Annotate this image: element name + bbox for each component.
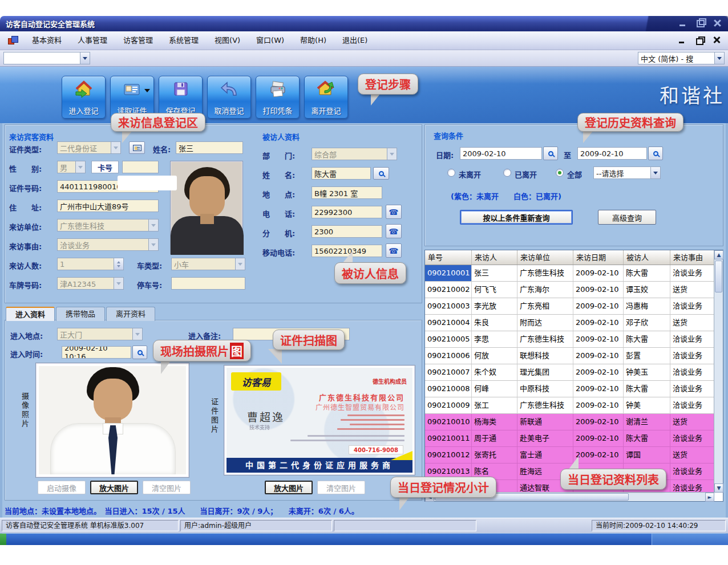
- cell-company[interactable]: 广东德生科技: [517, 397, 573, 414]
- cell-id[interactable]: 090210003: [425, 298, 472, 315]
- cell-reason[interactable]: 送货: [670, 414, 714, 430]
- cell-date[interactable]: 2009-02-10: [573, 414, 624, 430]
- clear-photo-button[interactable]: 清空图片: [143, 481, 191, 494]
- table-row[interactable]: 090210001 张三 广东德生科技 2009-02-10 陈大雷 洽谈业务: [425, 265, 714, 282]
- cell-date[interactable]: 2009-02-10: [573, 298, 624, 315]
- visit-reason-select[interactable]: 洽谈业务: [57, 238, 159, 251]
- entry-time-field[interactable]: 2009-02-10 10:16: [62, 346, 131, 359]
- tab-carried-items[interactable]: 携带物品: [56, 307, 105, 321]
- date-to-picker-button[interactable]: [648, 147, 663, 160]
- cell-reason[interactable]: 洽谈业务: [670, 298, 714, 315]
- table-row[interactable]: 090210006 何放 联想科技 2009-02-10 彭置 洽谈业务: [425, 348, 714, 364]
- cell-visited[interactable]: 钟美: [624, 397, 670, 414]
- cell-id[interactable]: 090210011: [425, 430, 472, 447]
- cell-visitor[interactable]: 何放: [472, 348, 517, 364]
- cell-company[interactable]: 赴美电子: [517, 430, 573, 447]
- dial-mobile-button[interactable]: ☎: [386, 243, 402, 258]
- zoom-photo-button[interactable]: 放大图片: [90, 481, 138, 494]
- start-button-edge[interactable]: [0, 534, 6, 545]
- cell-reason[interactable]: 洽谈业务: [670, 364, 714, 381]
- table-row[interactable]: 090210005 李思 广东德生科技 2009-02-10 陈大雷 洽谈业务: [425, 331, 714, 348]
- table-row[interactable]: 090210002 何飞飞 广东海尔 2009-02-10 谭玉姣 送货: [425, 282, 714, 298]
- menu-view[interactable]: 视图(V): [207, 31, 248, 50]
- cell-reason[interactable]: 洽谈业务: [670, 397, 714, 414]
- table-row[interactable]: 090210007 朱个奴 理光集团 2009-02-10 钟美玉 洽谈业务: [425, 364, 714, 381]
- cell-visited[interactable]: 谭玉姣: [624, 282, 670, 298]
- table-vertical-scrollbar[interactable]: ▲ ▼: [714, 250, 723, 493]
- cell-visitor[interactable]: 何飞飞: [472, 282, 517, 298]
- leave-register-button[interactable]: 离开登记: [304, 76, 348, 119]
- menu-basic-data[interactable]: 基本资料: [24, 31, 70, 50]
- card-no-label[interactable]: 卡号: [91, 161, 119, 173]
- cell-visited[interactable]: 陈大雷: [624, 381, 670, 397]
- cell-visitor[interactable]: 朱个奴: [472, 364, 517, 381]
- cell-date[interactable]: 2009-02-10: [573, 315, 624, 331]
- location-field[interactable]: B幢 2301 室: [312, 186, 382, 199]
- cell-company[interactable]: 附而达: [517, 315, 573, 331]
- cell-date[interactable]: 2009-02-10: [573, 265, 624, 282]
- chevron-down-icon[interactable]: [714, 52, 724, 64]
- cell-company[interactable]: 广东海尔: [517, 282, 573, 298]
- scroll-up-icon[interactable]: ▲: [714, 250, 723, 259]
- table-row[interactable]: 090210004 朱良 附而达 2009-02-10 邓子欣 送货: [425, 315, 714, 331]
- gender-select[interactable]: 男: [57, 161, 86, 173]
- menu-system[interactable]: 系统管理: [161, 31, 207, 50]
- cell-visited[interactable]: 陈大雷: [624, 265, 670, 282]
- col-header-reason[interactable]: 来访事由: [670, 250, 714, 265]
- car-type-select[interactable]: 小车: [171, 258, 245, 270]
- cell-id[interactable]: 090210012: [425, 447, 472, 464]
- scroll-right-icon[interactable]: ►: [705, 493, 714, 502]
- cell-id[interactable]: 090210005: [425, 331, 472, 348]
- mdi-minimize-button[interactable]: [678, 36, 687, 44]
- enter-register-button[interactable]: 进入登记: [62, 76, 106, 119]
- cell-visited[interactable]: 邓子欣: [624, 315, 670, 331]
- visitor-count-field[interactable]: 1: [57, 258, 114, 270]
- entry-time-picker-button[interactable]: [132, 345, 147, 359]
- chevron-down-icon[interactable]: [80, 52, 90, 64]
- cell-id[interactable]: 090210004: [425, 315, 472, 331]
- menu-visitor[interactable]: 访客管理: [115, 31, 161, 50]
- requery-button[interactable]: 按以上条件重新查询: [460, 210, 573, 225]
- menu-help[interactable]: 帮助(H): [292, 31, 334, 50]
- date-from-picker-button[interactable]: [543, 147, 558, 160]
- cell-reason[interactable]: 洽谈业务: [670, 480, 714, 492]
- dial-ext-button[interactable]: ☎: [386, 224, 402, 238]
- address-field[interactable]: 广州市中山大道89号: [57, 200, 159, 212]
- cell-visited[interactable]: 陈大雷: [624, 430, 670, 447]
- clear-card-button[interactable]: 清空图片: [317, 481, 365, 494]
- zoom-card-button[interactable]: 放大图片: [265, 481, 313, 494]
- cell-visitor[interactable]: 张寄托: [472, 447, 517, 464]
- col-header-date[interactable]: 来访日期: [573, 250, 624, 265]
- menu-hr[interactable]: 人事管理: [70, 31, 115, 50]
- card-reader-button[interactable]: [129, 141, 145, 154]
- cell-date[interactable]: 2009-02-10: [573, 397, 624, 414]
- col-header-id[interactable]: 单号: [425, 250, 472, 265]
- mdi-restore-button[interactable]: [695, 36, 704, 44]
- phone-field[interactable]: 22992300: [312, 206, 382, 218]
- cell-company[interactable]: 广东亮相: [517, 298, 573, 315]
- plate-select[interactable]: 津A12345: [57, 277, 124, 290]
- tab-entry-data[interactable]: 进入资料: [6, 307, 55, 321]
- menu-window[interactable]: 窗口(W): [248, 31, 292, 50]
- tab-leave-data[interactable]: 离开资料: [106, 307, 155, 321]
- table-row[interactable]: 090210009 张工 广东德生科技 2009-02-10 钟美 洽谈业务: [425, 397, 714, 414]
- cell-reason[interactable]: 送货: [670, 315, 714, 331]
- query-type-select[interactable]: --请选择: [593, 166, 661, 179]
- date-from-field[interactable]: 2009-02-10: [460, 147, 542, 160]
- lookup-person-button[interactable]: [373, 167, 389, 180]
- scroll-down-icon[interactable]: ▼: [714, 483, 723, 493]
- cell-reason[interactable]: 洽谈业务: [670, 265, 714, 282]
- cell-id[interactable]: 090210002: [425, 282, 472, 298]
- os-taskbar[interactable]: [0, 534, 728, 545]
- language-bar-combo[interactable]: 中文 (简体) - 搜: [638, 52, 725, 64]
- cert-type-select[interactable]: 二代身份证: [57, 141, 121, 154]
- cell-visitor[interactable]: 杨海类: [472, 414, 517, 430]
- cell-reason[interactable]: 送货: [670, 447, 714, 464]
- cell-id[interactable]: 090210009: [425, 397, 472, 414]
- close-button[interactable]: [712, 18, 722, 28]
- chevron-down-icon[interactable]: [144, 89, 150, 95]
- menu-exit[interactable]: 退出(E): [334, 31, 375, 50]
- chevron-down-icon[interactable]: [650, 167, 660, 178]
- cell-company[interactable]: 理光集团: [517, 364, 573, 381]
- cell-visitor[interactable]: 李光放: [472, 298, 517, 315]
